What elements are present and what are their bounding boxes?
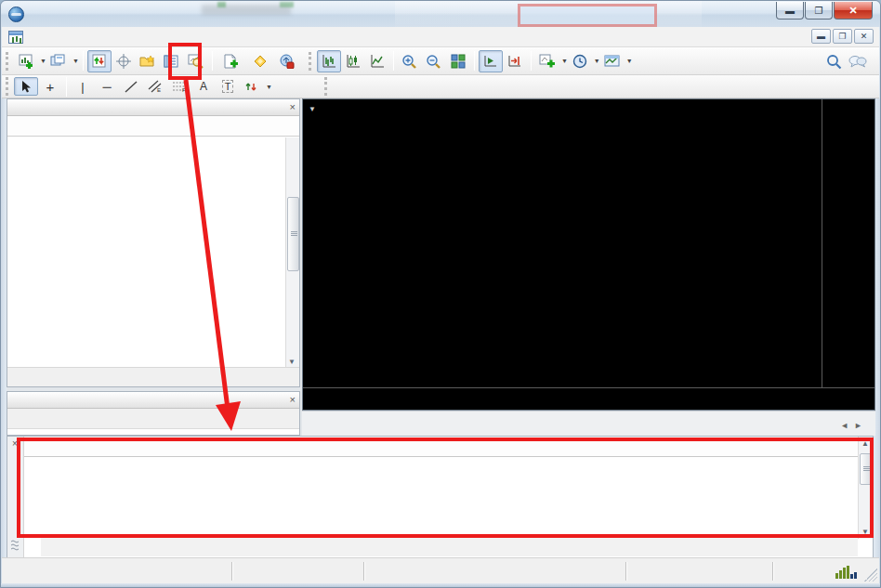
strategy-tester-button[interactable]	[184, 50, 208, 72]
periods-button[interactable]	[568, 50, 592, 72]
text-label-tool-button[interactable]: T	[216, 77, 240, 96]
chart-plot-area[interactable]	[303, 99, 822, 387]
zoom-out-button[interactable]	[422, 50, 446, 72]
scrollbar-down-arrow[interactable]: ▼	[288, 358, 296, 366]
channel-icon: E	[148, 80, 163, 93]
scrollbar-up-arrow[interactable]: ▲	[861, 439, 869, 448]
arrows-tool-button[interactable]	[240, 77, 264, 96]
bar-chart-button[interactable]	[317, 50, 341, 72]
status-section	[364, 562, 626, 581]
zoom-in-button[interactable]	[398, 50, 422, 72]
status-profile[interactable]	[232, 562, 364, 581]
indicators-icon	[539, 54, 555, 69]
tab-scroll-arrows[interactable]: ◄►	[840, 421, 868, 430]
chart-dropdown-icon[interactable]: ▼	[309, 105, 316, 113]
autotrading-button[interactable]	[272, 50, 305, 72]
cursor-tool-button[interactable]	[14, 77, 38, 96]
search-icon	[826, 54, 842, 70]
tile-windows-icon	[451, 54, 466, 69]
market-watch-titlebar[interactable]: ×	[7, 99, 299, 116]
candlestick-button[interactable]	[341, 50, 365, 72]
chart-shift-button[interactable]	[503, 50, 527, 72]
toolbar-grip[interactable]	[309, 52, 311, 71]
restore-button[interactable]: ❐	[805, 2, 833, 20]
market-watch-panel: × ▼	[7, 98, 300, 387]
profiles-button[interactable]	[46, 50, 71, 72]
horizontal-line-tool-button[interactable]: ─	[95, 77, 119, 96]
cursor-icon	[20, 80, 32, 93]
auto-scroll-button[interactable]	[479, 50, 503, 72]
channel-tool-button[interactable]: E	[143, 77, 167, 96]
terminal-tabs	[41, 537, 858, 556]
terminal-close-icon[interactable]: ×	[12, 438, 18, 449]
drawing-toolbar: + | ─ E F A T ▼	[2, 75, 879, 98]
bar-chart-icon	[322, 54, 336, 69]
main-window: ▬ ❐ ✕ ▬ ❐ ✕ ▼ ▼	[0, 0, 881, 588]
svg-text:E: E	[157, 87, 161, 93]
tester-icon	[188, 54, 204, 69]
crosshair-tool-button[interactable]: +	[38, 77, 62, 96]
market-watch-close-icon[interactable]: ×	[290, 101, 296, 112]
chart-window[interactable]: ▼	[302, 98, 875, 411]
mdi-restore-button[interactable]: ❐	[833, 29, 852, 44]
time-axis[interactable]	[303, 387, 874, 410]
metaeditor-icon	[252, 54, 269, 69]
navigator-close-icon[interactable]: ×	[290, 394, 296, 405]
indicators-dropdown[interactable]: ▼	[561, 58, 568, 64]
chat-button[interactable]	[846, 50, 870, 72]
toolbar-grip[interactable]	[324, 77, 327, 96]
close-button[interactable]: ✕	[834, 2, 873, 20]
toolbar-grip[interactable]	[6, 52, 8, 71]
templates-dropdown[interactable]: ▼	[626, 58, 633, 64]
chart-window-icon[interactable]	[8, 31, 23, 44]
title-bar: ▬ ❐ ✕	[1, 1, 880, 27]
trendline-icon	[125, 81, 138, 93]
trendline-tool-button[interactable]	[119, 77, 143, 96]
market-watch-scrollbar[interactable]: ▼	[285, 137, 299, 368]
periods-dropdown[interactable]: ▼	[594, 58, 600, 64]
line-chart-button[interactable]	[365, 50, 389, 72]
chart-info-line: ▼	[309, 102, 320, 113]
orders-table-header[interactable]	[24, 437, 858, 457]
app-logo-icon	[8, 7, 24, 22]
new-order-button[interactable]	[217, 50, 248, 72]
new-order-icon	[223, 54, 238, 69]
navigator-titlebar[interactable]: ×	[7, 392, 299, 409]
scrollbar-thumb[interactable]	[287, 197, 299, 271]
new-chart-dropdown[interactable]: ▼	[40, 58, 46, 64]
menu-bar: ▬ ❐ ✕	[2, 27, 879, 47]
scrollbar-thumb[interactable]	[860, 453, 872, 485]
standard-toolbar: ▼ ▼	[2, 47, 879, 75]
price-axis[interactable]	[822, 99, 875, 387]
status-section	[626, 562, 773, 581]
templates-button[interactable]	[600, 50, 625, 72]
toolbar-separator	[531, 51, 532, 71]
terminal-toggle-button[interactable]	[160, 50, 184, 72]
scrollbar-down-arrow[interactable]: ▼	[861, 528, 869, 536]
minimize-button[interactable]: ▬	[776, 2, 804, 20]
svg-text:F: F	[182, 87, 186, 93]
indicators-button[interactable]	[535, 50, 559, 72]
terminal-scrollbar[interactable]: ▲ ▼	[858, 437, 873, 539]
market-watch-toggle-button[interactable]	[87, 50, 112, 72]
metaeditor-button[interactable]	[248, 50, 272, 72]
fibonacci-tool-button[interactable]: F	[167, 77, 191, 96]
resize-grip[interactable]	[864, 568, 877, 581]
profiles-dropdown[interactable]: ▼	[72, 58, 79, 64]
mdi-minimize-button[interactable]: ▬	[811, 29, 831, 44]
vertical-line-tool-button[interactable]: |	[71, 77, 95, 96]
text-tool-button[interactable]: A	[191, 77, 216, 96]
data-window-button[interactable]	[112, 50, 136, 72]
terminal-title-strip[interactable]: ×	[7, 437, 24, 557]
toolbar-separator	[474, 51, 475, 71]
new-chart-button[interactable]	[14, 50, 38, 72]
price-chart	[303, 99, 822, 387]
toolbar-separator	[393, 51, 394, 71]
status-help-text	[2, 562, 232, 581]
tile-windows-button[interactable]	[446, 50, 470, 72]
mdi-close-button[interactable]: ✕	[854, 29, 874, 44]
arrows-dropdown[interactable]: ▼	[266, 84, 272, 90]
navigator-toggle-button[interactable]	[136, 50, 160, 72]
search-button[interactable]	[822, 50, 846, 72]
toolbar-grip[interactable]	[6, 77, 8, 96]
